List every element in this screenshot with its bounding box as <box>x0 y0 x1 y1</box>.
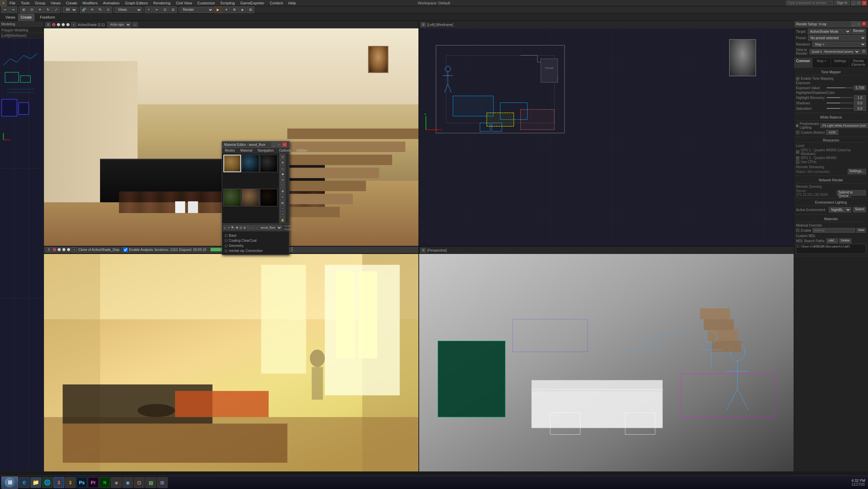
align-button[interactable]: ⊨ <box>153 6 161 13</box>
mat-editor-minimize[interactable]: _ <box>271 142 276 147</box>
mat-layer-coating[interactable]: ▷ Coating ClearCoat <box>223 238 288 243</box>
select-button[interactable]: ⊞ <box>20 6 27 13</box>
clone-menu-btn[interactable]: ☰ <box>46 247 51 252</box>
vp-white-btn-tl[interactable] <box>57 23 60 26</box>
material-editor-title-bar[interactable]: Material Editor - wood_floor _ □ × <box>222 141 289 148</box>
snap-button[interactable]: 🔗 <box>80 6 88 13</box>
enable-tone-mapping-checkbox[interactable]: ✓ <box>796 77 799 80</box>
taskbar-premiere[interactable]: Pr <box>88 477 99 488</box>
mat-layer-geometry[interactable]: ▷ Geometry <box>223 243 288 248</box>
mat-swatch-2[interactable] <box>242 155 259 172</box>
menu-customize[interactable]: Customize <box>195 0 218 6</box>
close-button[interactable]: × <box>862 1 867 5</box>
clone-red-btn[interactable] <box>53 248 56 251</box>
saturation-slider[interactable] <box>826 108 853 109</box>
menu-help[interactable]: Help <box>286 0 299 6</box>
render-setup-close[interactable]: × <box>862 22 866 26</box>
mat-menu-material[interactable]: Material <box>238 148 255 153</box>
mat-get-from-scene[interactable]: ↙ <box>223 225 226 230</box>
tab-render-elements[interactable]: Render Elements <box>849 58 868 68</box>
highlight-recovery-input[interactable] <box>854 95 866 100</box>
mat-go-forward[interactable]: → <box>254 225 258 230</box>
mdl-paths-textarea[interactable]: C:\Users\WIN10A\Documents\mdl <box>796 244 866 254</box>
use-cpus-checkbox[interactable] <box>796 160 799 164</box>
active-env-dropdown[interactable]: NightBL <box>829 207 851 212</box>
material-name-input[interactable] <box>813 228 855 233</box>
mat-swatch-3[interactable] <box>260 155 278 172</box>
mat-tool-5[interactable]: ⊡ <box>280 177 285 182</box>
mat-swatch-5[interactable] <box>242 189 259 206</box>
mat-tool-8[interactable]: ≡ <box>280 194 285 200</box>
mat-go-to-parent[interactable]: ↑ <box>251 225 254 230</box>
vp-red-btn-tl[interactable] <box>52 23 55 26</box>
nav-item-freeform[interactable]: Freeform <box>37 14 58 21</box>
material-editor-button[interactable]: ◈ <box>239 6 246 13</box>
mat-menu-utilities[interactable]: Utilities <box>293 148 310 153</box>
render-button[interactable]: ▶ <box>214 6 222 13</box>
taskbar-chrome[interactable]: 🌐 <box>42 477 53 488</box>
mat-put-to-scene[interactable]: ↗ <box>227 225 230 230</box>
env-select-btn[interactable]: Select <box>853 207 866 212</box>
tab-common[interactable]: Common <box>794 58 813 68</box>
taskbar-misc5[interactable]: ⊞ <box>157 477 168 488</box>
mdl-delete-btn[interactable]: Delete <box>839 238 851 243</box>
percent-snap-button[interactable]: % <box>96 6 104 13</box>
custom-kelvin-checkbox[interactable] <box>796 131 799 134</box>
taskbar-3dsmax[interactable]: 3 <box>53 477 64 488</box>
mat-delete[interactable]: ✖ <box>236 225 239 230</box>
mat-menu-navigation[interactable]: Navigation <box>255 148 276 153</box>
mat-tool-10[interactable]: ⋯ <box>280 206 285 211</box>
render-setup-button[interactable]: ⚙ <box>231 6 238 13</box>
mdl-add-btn[interactable]: Add... <box>826 238 838 243</box>
mat-options[interactable]: ⚙ <box>243 225 246 230</box>
taskbar-ie[interactable]: e <box>19 477 30 488</box>
mat-tool-1[interactable]: ⊡ <box>280 154 285 159</box>
enable-override-checkbox[interactable] <box>796 229 799 232</box>
taskbar-misc3[interactable]: ⊡ <box>134 477 145 488</box>
render-setup-minimize[interactable]: _ <box>851 22 856 26</box>
predominant-dropdown[interactable]: F5 Light White Fluorescent (415 <box>820 123 868 128</box>
maximize-button[interactable]: □ <box>857 1 861 5</box>
custom-kelvin-input[interactable] <box>826 130 838 135</box>
menu-rendering[interactable]: Rendering <box>151 0 173 6</box>
clone-white2-btn[interactable] <box>62 248 66 251</box>
exposure-value-input[interactable] <box>854 85 866 90</box>
submit-queue-btn[interactable]: Submit to Queue... <box>837 190 866 196</box>
mat-pick-from-object[interactable]: 🔍 <box>231 225 235 230</box>
taskbar-nvidia[interactable]: N <box>99 477 110 488</box>
vp-menu-btn-tr[interactable]: ☰ <box>420 22 426 27</box>
clone-close-btn[interactable]: × <box>72 247 77 252</box>
taskbar-misc2[interactable]: ◉ <box>122 477 133 488</box>
activeshade-button[interactable]: ☀ <box>222 6 230 13</box>
taskbar-photoshop[interactable]: Ps <box>76 477 87 488</box>
shadows-input[interactable] <box>854 101 866 105</box>
nav-item-views[interactable]: Views <box>3 14 18 21</box>
material-new-btn[interactable]: New <box>857 228 866 233</box>
menu-group[interactable]: Group <box>32 0 48 6</box>
move-button[interactable]: ✛ <box>36 6 44 13</box>
clone-white3-btn[interactable] <box>67 248 70 251</box>
menu-animation[interactable]: Animation <box>100 0 122 6</box>
gpu2-checkbox[interactable]: ✓ <box>796 156 799 160</box>
tab-vray[interactable]: Vray + <box>813 58 831 68</box>
menu-file[interactable]: File <box>7 0 18 6</box>
app-logo[interactable]: 3 <box>0 0 7 6</box>
vp-alpha-dropdown-tl[interactable]: RGB Alpha <box>107 22 131 27</box>
menu-tools[interactable]: Tools <box>18 0 32 6</box>
mat-tool-4[interactable]: ◉ <box>280 171 285 177</box>
mat-show-map[interactable]: ⬛ <box>247 225 251 230</box>
mat-editor-close[interactable]: × <box>282 142 287 147</box>
mat-swatch-4[interactable] <box>223 189 241 206</box>
mat-menu-modes[interactable]: Modes <box>222 148 238 153</box>
spacing-button[interactable]: ⊟ <box>169 6 177 13</box>
menu-create[interactable]: Create <box>63 0 80 6</box>
mat-copy[interactable]: ⊡ <box>239 225 242 230</box>
mat-tool-11[interactable]: + <box>280 211 285 217</box>
clone-white1-btn[interactable] <box>57 248 61 251</box>
select-region-button[interactable]: ⊡ <box>28 6 35 13</box>
search-input[interactable] <box>786 1 833 5</box>
highlight-recovery-slider[interactable] <box>826 97 853 98</box>
redo-button[interactable]: ↪ <box>9 6 17 13</box>
material-name-dropdown[interactable]: wood_floor <box>258 225 282 230</box>
mat-swatch-6[interactable] <box>260 189 278 206</box>
